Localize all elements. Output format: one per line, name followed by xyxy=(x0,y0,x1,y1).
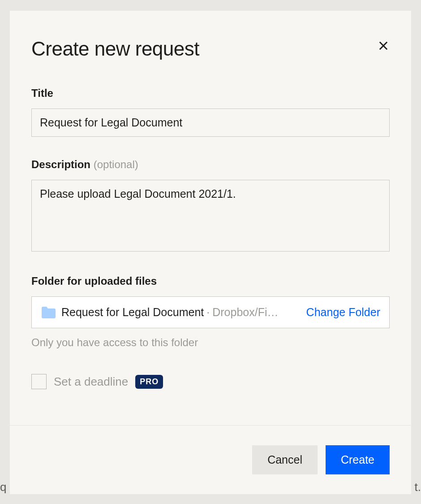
modal-header: Create new request xyxy=(10,11,411,60)
description-label: Description (optional) xyxy=(31,158,390,171)
description-input[interactable]: Please upload Legal Document 2021/1. xyxy=(31,180,390,252)
folder-location: Dropbox/Fi… xyxy=(212,306,294,319)
create-button[interactable]: Create xyxy=(326,445,390,474)
deadline-row: Set a deadline PRO xyxy=(31,374,390,389)
background-text-left: q xyxy=(0,480,6,494)
description-optional: (optional) xyxy=(94,158,138,170)
background-text-right: t. xyxy=(415,480,421,494)
title-label: Title xyxy=(31,87,390,100)
deadline-label: Set a deadline xyxy=(54,375,128,389)
close-button[interactable] xyxy=(374,36,393,57)
folder-hint: Only you have access to this folder xyxy=(31,336,390,349)
create-request-modal: Create new request Title Description (op… xyxy=(10,11,411,494)
modal-footer: Cancel Create xyxy=(10,425,411,494)
modal-body: Title Description (optional) Please uplo… xyxy=(10,60,411,425)
description-field-group: Description (optional) Please upload Leg… xyxy=(31,158,390,253)
modal-title: Create new request xyxy=(31,38,199,60)
deadline-checkbox[interactable] xyxy=(31,374,47,389)
folder-name: Request for Legal Document xyxy=(61,306,204,319)
pro-badge: PRO xyxy=(135,375,163,389)
cancel-button[interactable]: Cancel xyxy=(252,445,318,474)
change-folder-button[interactable]: Change Folder xyxy=(306,306,380,319)
folder-label: Folder for uploaded files xyxy=(31,275,390,287)
folder-icon xyxy=(41,306,56,319)
folder-selector: Request for Legal Document · Dropbox/Fi…… xyxy=(31,296,390,328)
title-input[interactable] xyxy=(31,109,390,137)
title-field-group: Title xyxy=(31,87,390,137)
folder-path: Request for Legal Document · Dropbox/Fi… xyxy=(61,306,295,319)
description-label-text: Description xyxy=(31,158,94,170)
folder-separator: · xyxy=(206,306,210,319)
folder-field-group: Folder for uploaded files Request for Le… xyxy=(31,275,390,349)
close-icon xyxy=(377,39,390,52)
